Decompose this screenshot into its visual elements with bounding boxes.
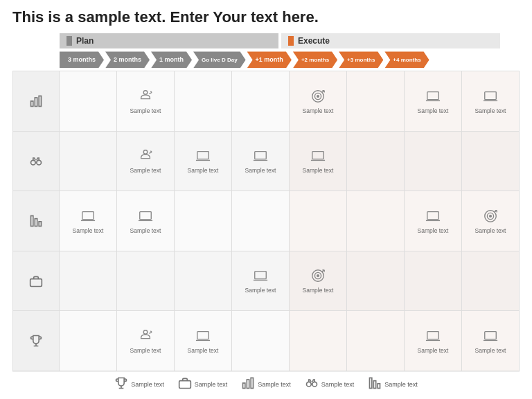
grid-cell-2-5 xyxy=(347,191,405,251)
laptop-icon xyxy=(80,209,96,226)
cell-text-0-7: Sample text xyxy=(475,107,506,114)
svg-point-47 xyxy=(317,275,319,277)
main-grid: Sample textSample textSample textSample … xyxy=(60,71,520,371)
svg-rect-54 xyxy=(197,331,209,339)
grid-cell-4-6: Sample text xyxy=(405,311,462,371)
cell-text-2-0: Sample text xyxy=(73,227,104,234)
svg-line-24 xyxy=(150,151,152,152)
timeline-arrow-5: +2 months xyxy=(293,51,337,68)
svg-rect-56 xyxy=(427,331,439,339)
svg-rect-43 xyxy=(255,272,267,279)
binoculars-icon xyxy=(13,132,59,192)
legend-label-4: Sample text xyxy=(384,381,418,388)
grid-row-0: Sample textSample textSample textSample … xyxy=(60,71,519,132)
grid-cell-3-7 xyxy=(462,251,519,311)
svg-rect-33 xyxy=(140,211,152,219)
bar-chart2-legend-icon xyxy=(368,376,382,392)
timeline-arrow-2: 1 month xyxy=(151,51,192,68)
svg-rect-60 xyxy=(179,381,190,389)
svg-point-51 xyxy=(143,330,148,334)
cell-text-2-6: Sample text xyxy=(418,227,449,234)
cell-text-2-1: Sample text xyxy=(130,227,161,234)
legend-item-4: Sample text xyxy=(368,376,418,392)
laptop-icon xyxy=(195,148,211,166)
grid-cell-0-0 xyxy=(60,71,117,131)
grid-cell-2-2 xyxy=(175,191,232,251)
svg-rect-68 xyxy=(378,384,380,389)
cell-text-1-2: Sample text xyxy=(188,167,219,174)
grid-cell-0-2 xyxy=(175,71,232,131)
legend-label-1: Sample text xyxy=(195,381,228,388)
sidebar xyxy=(12,71,60,371)
grid-cell-0-6: Sample text xyxy=(405,71,462,131)
legend-item-0: Sample text xyxy=(114,376,164,392)
grid-cell-4-4 xyxy=(290,311,347,371)
briefcase-legend-icon xyxy=(178,376,192,392)
target-icon xyxy=(310,89,326,106)
grid-cell-4-7: Sample text xyxy=(462,311,519,371)
svg-rect-31 xyxy=(82,211,94,219)
grid-cell-3-4: Sample text xyxy=(290,251,347,311)
svg-rect-7 xyxy=(39,222,41,227)
svg-point-22 xyxy=(143,150,148,154)
cell-text-4-2: Sample text xyxy=(188,347,219,354)
laptop-icon xyxy=(253,268,268,285)
grid-row-1: Sample textSample textSample textSample … xyxy=(60,132,519,192)
person-icon xyxy=(138,89,153,106)
svg-point-65 xyxy=(312,382,317,387)
trophy-icon xyxy=(13,311,59,371)
laptop-icon xyxy=(425,89,441,106)
grid-cell-2-4 xyxy=(290,191,347,251)
person-icon xyxy=(138,148,153,166)
svg-rect-5 xyxy=(31,216,33,227)
trophy-legend-icon xyxy=(114,376,128,392)
person-icon xyxy=(138,328,153,346)
svg-rect-27 xyxy=(255,152,267,159)
bar-chart-icon xyxy=(13,71,59,132)
svg-rect-2 xyxy=(39,96,41,107)
grid-cell-0-5 xyxy=(347,71,405,131)
briefcase-icon xyxy=(13,251,59,312)
grid-cell-1-2: Sample text xyxy=(175,132,232,191)
timeline-arrow-6: +3 months xyxy=(339,51,383,68)
cell-text-1-4: Sample text xyxy=(303,167,334,174)
svg-rect-63 xyxy=(251,378,253,389)
page-title: This is a sample text. Enter Your text h… xyxy=(12,8,520,26)
svg-rect-58 xyxy=(485,331,497,339)
grid-cell-1-1: Sample text xyxy=(117,132,175,191)
grid-cell-2-1: Sample text xyxy=(117,191,175,251)
grid-cell-2-3 xyxy=(232,191,290,251)
grid-row-2: Sample textSample textSample textSample … xyxy=(60,191,519,251)
timeline-arrow-1: 2 months xyxy=(105,51,150,68)
grid-row-3: Sample textSample text xyxy=(60,251,519,312)
legend: Sample textSample textSample textSample … xyxy=(12,371,520,393)
laptop-icon xyxy=(138,209,153,226)
cell-text-4-6: Sample text xyxy=(418,347,449,354)
grid-cell-4-5 xyxy=(347,311,405,371)
grid-cell-0-7: Sample text xyxy=(462,71,519,131)
grid-cell-3-2 xyxy=(175,251,232,311)
binoculars-legend-icon xyxy=(305,376,319,392)
grid-cell-3-1 xyxy=(117,251,175,311)
grid-cell-3-3: Sample text xyxy=(232,251,290,311)
timeline-arrow-4: +1 month xyxy=(247,51,292,68)
laptop-icon xyxy=(253,148,268,166)
svg-point-4 xyxy=(37,160,42,165)
svg-rect-67 xyxy=(374,381,376,389)
cell-text-0-6: Sample text xyxy=(418,107,449,114)
laptop-icon xyxy=(310,148,326,166)
grid-cell-4-1: Sample text xyxy=(117,311,175,371)
svg-rect-8 xyxy=(30,278,42,286)
bar-chart-legend-icon xyxy=(241,376,255,392)
laptop-icon xyxy=(483,328,498,346)
cell-text-1-3: Sample text xyxy=(245,167,276,174)
cell-text-2-7: Sample text xyxy=(475,227,506,234)
grid-cell-1-4: Sample text xyxy=(290,132,347,191)
phase-plan-label: Plan xyxy=(60,33,278,48)
svg-rect-66 xyxy=(370,378,372,389)
svg-rect-62 xyxy=(247,380,249,389)
grid-row-4: Sample textSample textSample textSample … xyxy=(60,311,519,371)
grid-cell-1-0 xyxy=(60,132,117,191)
timeline-arrow-3: Go live D Day xyxy=(193,51,246,68)
grid-cell-4-3 xyxy=(232,311,290,371)
